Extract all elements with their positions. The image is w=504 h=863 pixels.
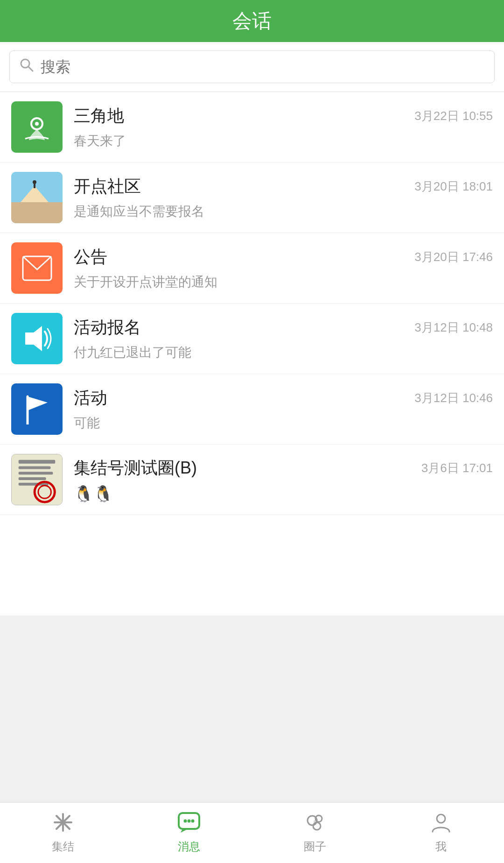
conv-name: 活动报名	[74, 316, 141, 339]
conv-preview: 关于开设开点讲堂的通知	[74, 273, 493, 291]
conv-top: 集结号测试圈(B) 3月6日 17:01	[74, 457, 493, 480]
conversation-list: 三角地 3月22日 10:55 春天来了 开点社区 3月20日 18:01	[0, 92, 504, 615]
conv-time: 3月12日 10:48	[414, 319, 493, 336]
conv-preview: 可能	[74, 414, 493, 432]
conv-preview: 春天来了	[74, 132, 493, 150]
conv-time: 3月20日 18:01	[414, 178, 493, 195]
conv-top: 开点社区 3月20日 18:01	[74, 175, 493, 198]
list-item[interactable]: 三角地 3月22日 10:55 春天来了	[0, 92, 504, 163]
svg-rect-17	[19, 477, 46, 480]
conv-time: 3月22日 10:55	[414, 108, 493, 124]
conv-top: 活动 3月12日 10:46	[74, 387, 493, 410]
svg-rect-14	[19, 460, 56, 464]
avatar	[11, 454, 63, 505]
conv-time: 3月20日 17:46	[414, 249, 493, 265]
conv-top: 三角地 3月22日 10:55	[74, 105, 493, 127]
svg-rect-5	[11, 202, 63, 223]
search-input[interactable]	[41, 58, 485, 76]
svg-marker-10	[25, 326, 42, 351]
nav-label-jiujie: 集结	[52, 839, 74, 854]
conv-body: 三角地 3月22日 10:55 春天来了	[74, 105, 493, 150]
conv-name: 集结号测试圈(B)	[74, 457, 197, 480]
conv-preview: 🐧🐧	[74, 484, 493, 503]
gray-area	[0, 615, 504, 802]
svg-line-1	[28, 67, 33, 71]
avatar	[11, 101, 63, 153]
svg-point-3	[35, 122, 39, 126]
avatar	[11, 172, 63, 223]
conv-time: 3月6日 17:01	[421, 460, 493, 476]
asterisk-icon	[53, 812, 73, 837]
search-icon	[19, 57, 34, 76]
list-item[interactable]: 集结号测试圈(B) 3月6日 17:01 🐧🐧	[0, 445, 504, 515]
conv-name: 三角地	[74, 105, 124, 127]
svg-point-31	[313, 822, 321, 830]
avatar	[11, 242, 63, 294]
nav-item-jiujie[interactable]: 集结	[0, 803, 126, 863]
conv-body: 公告 3月20日 17:46 关于开设开点讲堂的通知	[74, 246, 493, 291]
search-bar	[0, 42, 504, 92]
svg-point-8	[33, 180, 36, 184]
svg-point-32	[314, 820, 316, 823]
conv-name: 活动	[74, 387, 107, 410]
svg-point-33	[437, 814, 445, 823]
conv-preview: 是通知应当不需要报名	[74, 203, 493, 220]
nav-item-message[interactable]: 消息	[126, 803, 252, 863]
nav-label-message: 消息	[178, 839, 200, 854]
conv-body: 活动报名 3月12日 10:48 付九红已退出了可能	[74, 316, 493, 361]
conv-time: 3月12日 10:46	[414, 390, 493, 406]
conv-top: 活动报名 3月12日 10:48	[74, 316, 493, 339]
svg-rect-16	[19, 472, 53, 474]
svg-point-28	[191, 819, 195, 822]
list-item[interactable]: 活动报名 3月12日 10:48 付九红已退出了可能	[0, 304, 504, 374]
svg-marker-12	[28, 396, 48, 410]
conv-body: 集结号测试圈(B) 3月6日 17:01 🐧🐧	[74, 457, 493, 503]
conv-preview: 付九红已退出了可能	[74, 344, 493, 361]
avatar	[11, 313, 63, 364]
svg-rect-15	[19, 467, 51, 469]
svg-point-26	[184, 819, 187, 822]
conv-body: 开点社区 3月20日 18:01 是通知应当不需要报名	[74, 175, 493, 220]
chat-icon	[178, 812, 200, 837]
nav-label-me: 我	[435, 839, 447, 854]
conv-name: 公告	[74, 246, 107, 269]
circles-icon	[304, 812, 326, 837]
person-icon	[431, 812, 451, 837]
conv-body: 活动 3月12日 10:46 可能	[74, 387, 493, 432]
search-inner[interactable]	[9, 50, 495, 83]
conv-name: 开点社区	[74, 175, 141, 198]
nav-item-circle[interactable]: 圈子	[252, 803, 378, 863]
nav-label-circle: 圈子	[304, 839, 326, 854]
avatar	[11, 383, 63, 435]
header: 会话	[0, 0, 504, 42]
conv-top: 公告 3月20日 17:46	[74, 246, 493, 269]
svg-rect-7	[34, 184, 35, 188]
list-item[interactable]: 开点社区 3月20日 18:01 是通知应当不需要报名	[0, 163, 504, 233]
list-item[interactable]: 活动 3月12日 10:46 可能	[0, 374, 504, 445]
list-item[interactable]: 公告 3月20日 17:46 关于开设开点讲堂的通知	[0, 233, 504, 304]
bottom-nav: 集结 消息 圈子	[0, 802, 504, 863]
svg-point-27	[188, 819, 191, 822]
header-title: 会话	[232, 8, 272, 34]
nav-item-me[interactable]: 我	[378, 803, 504, 863]
